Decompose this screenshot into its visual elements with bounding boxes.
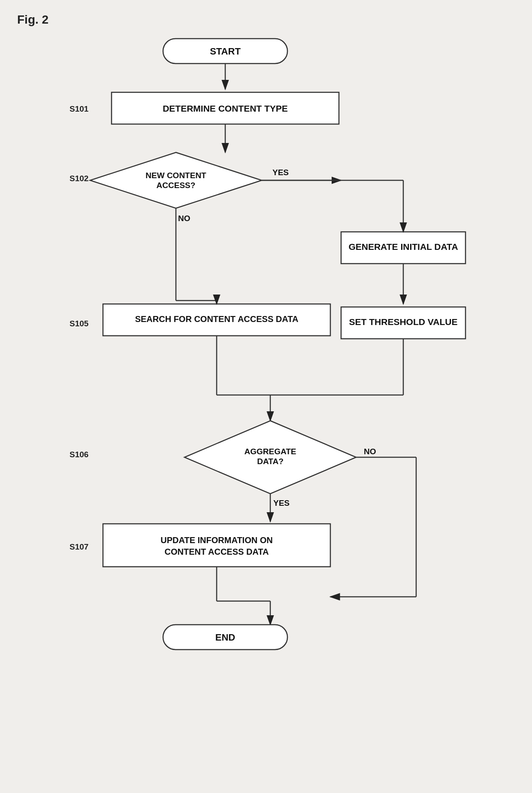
svg-text:DATA?: DATA? — [257, 457, 284, 466]
s102-label: NEW CONTENT — [145, 171, 206, 180]
s107-label-2: CONTENT ACCESS DATA — [165, 547, 269, 556]
s101-label: DETERMINE CONTENT TYPE — [163, 103, 288, 113]
yes2-label: YES — [273, 498, 290, 507]
s103-label: GENERATE INITIAL DATA — [348, 242, 458, 252]
s105-label: SEARCH FOR CONTENT ACCESS DATA — [135, 314, 299, 324]
end-label: END — [215, 632, 235, 643]
start-label: START — [210, 46, 241, 57]
page: Fig. 2 START S101 DETERMINE CONTENT TYPE… — [0, 0, 532, 793]
s107-step-label: S107 — [70, 542, 88, 551]
no2-label: NO — [364, 447, 376, 456]
s102-step-label: S102 — [70, 174, 88, 183]
s107-label-1: UPDATE INFORMATION ON — [160, 535, 272, 545]
s101-step-label: S101 — [70, 104, 89, 113]
s106-label: AGGREGATE — [244, 447, 296, 456]
s105-step-label: S105 — [70, 319, 89, 328]
svg-rect-28 — [103, 524, 330, 567]
svg-marker-5 — [90, 152, 262, 208]
s104-label: SET THRESHOLD VALUE — [349, 317, 458, 327]
flowchart-svg: START S101 DETERMINE CONTENT TYPE S102 N… — [34, 26, 506, 777]
s106-step-label: S106 — [70, 450, 88, 459]
svg-text:ACCESS?: ACCESS? — [157, 181, 196, 190]
yes-label: YES — [272, 168, 289, 177]
figure-label: Fig. 2 — [17, 13, 48, 27]
no-label: NO — [178, 214, 190, 223]
